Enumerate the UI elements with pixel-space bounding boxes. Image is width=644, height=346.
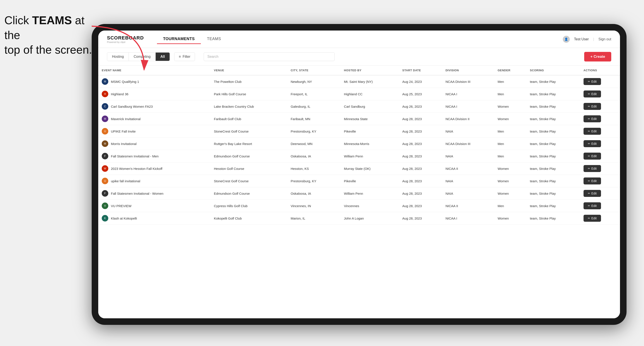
- cell-hosted-by-2: Carl Sandburg: [340, 100, 399, 113]
- filter-btn-group: Hosting Competing All: [107, 52, 170, 61]
- col-event-name: EVENT NAME: [98, 66, 210, 75]
- create-button[interactable]: + Create: [584, 52, 611, 61]
- cell-start-date-10: Aug 28, 2023: [399, 200, 442, 212]
- cell-city-state-1: Freeport, IL: [287, 88, 340, 100]
- competing-button[interactable]: Competing: [129, 52, 156, 61]
- cell-scoring-5: team, Stroke Play: [526, 138, 580, 150]
- pencil-icon-4: ✏: [588, 130, 590, 133]
- user-icon: 👤: [563, 36, 570, 43]
- cell-gender-1: Men: [494, 88, 526, 100]
- event-name-1: Highland 36: [111, 92, 128, 96]
- event-name-7: 2023 Women's Hesston Fall Kickoff: [111, 167, 162, 171]
- col-start-date: START DATE: [399, 66, 442, 75]
- event-name-0: MSMC Qualifying 1: [111, 80, 139, 83]
- cell-city-state-3: Faribault, MN: [287, 113, 340, 125]
- cell-hosted-by-10: Vincennes: [340, 200, 399, 212]
- nav-tab-teams[interactable]: TEAMS: [201, 34, 227, 44]
- cell-division-7: NICAA II: [442, 163, 494, 175]
- edit-button-7[interactable]: ✏ Edit: [584, 165, 601, 172]
- table-row: M Maverick Invitational Faribault Golf C…: [98, 113, 620, 125]
- edit-button-10[interactable]: ✏ Edit: [584, 202, 601, 209]
- event-name-3: Maverick Invitational: [111, 117, 140, 121]
- filter-icon: ≡: [179, 55, 181, 59]
- cell-event-name-1: H Highland 36: [98, 88, 210, 100]
- edit-button-11[interactable]: ✏ Edit: [584, 215, 601, 222]
- nav-tab-tournaments[interactable]: TOURNAMENTS: [157, 34, 201, 44]
- cell-event-name-8: U upike fall invitational: [98, 175, 210, 187]
- cell-gender-7: Women: [494, 163, 526, 175]
- instruction-text: Click TEAMS at thetop of the screen.: [4, 13, 96, 57]
- pencil-icon-11: ✏: [588, 217, 590, 220]
- edit-button-6[interactable]: ✏ Edit: [584, 153, 601, 160]
- cell-scoring-0: team, Stroke Play: [526, 75, 580, 88]
- event-name-10: VU PREVIEW: [111, 204, 132, 208]
- cell-event-name-0: M MSMC Qualifying 1: [98, 75, 210, 88]
- event-name-6: Fall Statesmen Invitational - Men: [111, 154, 158, 158]
- cell-gender-0: Men: [494, 75, 526, 88]
- cell-city-state-4: Prestonsburg, KY: [287, 125, 340, 138]
- cell-actions-1: ✏ Edit: [580, 88, 620, 100]
- cell-actions-11: ✏ Edit: [580, 212, 620, 225]
- cell-start-date-8: Aug 28, 2023: [399, 175, 442, 187]
- cell-start-date-7: Aug 28, 2023: [399, 163, 442, 175]
- search-input[interactable]: [204, 52, 335, 61]
- col-division: DIVISION: [442, 66, 494, 75]
- edit-button-9[interactable]: ✏ Edit: [584, 190, 601, 197]
- cell-scoring-3: team, Stroke Play: [526, 113, 580, 125]
- cell-start-date-5: Aug 28, 2023: [399, 138, 442, 150]
- pencil-icon-0: ✏: [588, 80, 590, 83]
- edit-button-1[interactable]: ✏ Edit: [584, 90, 601, 97]
- table-row: F Fall Statesmen Invitational - Men Edmu…: [98, 150, 620, 163]
- team-logo-7: W: [102, 165, 108, 172]
- cell-hosted-by-11: John A Logan: [340, 212, 399, 225]
- sign-out-link[interactable]: Sign out: [598, 37, 611, 41]
- event-name-9: Fall Statesmen Invitational - Women: [111, 192, 164, 195]
- cell-actions-2: ✏ Edit: [580, 100, 620, 113]
- cell-division-8: NAIA: [442, 175, 494, 187]
- cell-hosted-by-8: Pikeville: [340, 175, 399, 187]
- cell-venue-11: Kokopelli Golf Club: [210, 212, 287, 225]
- cell-start-date-9: Aug 28, 2023: [399, 187, 442, 200]
- all-button[interactable]: All: [156, 52, 170, 61]
- event-name-2: Carl Sandburg Women FA23: [111, 105, 153, 108]
- cell-scoring-1: team, Stroke Play: [526, 88, 580, 100]
- cell-event-name-6: F Fall Statesmen Invitational - Men: [98, 150, 210, 163]
- cell-event-name-7: W 2023 Women's Hesston Fall Kickoff: [98, 163, 210, 175]
- cell-actions-5: ✏ Edit: [580, 138, 620, 150]
- cell-scoring-6: team, Stroke Play: [526, 150, 580, 163]
- cell-event-name-9: F Fall Statesmen Invitational - Women: [98, 187, 210, 200]
- cell-venue-7: Hesston Golf Course: [210, 163, 287, 175]
- table-row: C Carl Sandburg Women FA23 Lake Bracken …: [98, 100, 620, 113]
- table-row: U UPIKE Fall Invite StoneCrest Golf Cour…: [98, 125, 620, 138]
- edit-button-8[interactable]: ✏ Edit: [584, 177, 601, 184]
- hosting-button[interactable]: Hosting: [107, 52, 129, 61]
- cell-division-3: NCAA Division II: [442, 113, 494, 125]
- team-logo-11: K: [102, 215, 108, 221]
- table-row: U upike fall invitational StoneCrest Gol…: [98, 175, 620, 187]
- cell-division-2: NICAA I: [442, 100, 494, 113]
- edit-button-2[interactable]: ✏ Edit: [584, 103, 601, 110]
- edit-button-4[interactable]: ✏ Edit: [584, 128, 601, 135]
- tablet-screen: SCOREBOARD Powered by clipd TOURNAMENTS …: [98, 30, 620, 318]
- event-name-8: upike fall invitational: [111, 179, 140, 183]
- cell-gender-5: Men: [494, 138, 526, 150]
- table-body: M MSMC Qualifying 1 The Powelton Club Ne…: [98, 75, 620, 225]
- cell-hosted-by-0: Mt. Saint Mary (NY): [340, 75, 399, 88]
- cell-venue-8: StoneCrest Golf Course: [210, 175, 287, 187]
- edit-button-3[interactable]: ✏ Edit: [584, 115, 601, 122]
- app-header: SCOREBOARD Powered by clipd TOURNAMENTS …: [98, 30, 620, 48]
- cell-hosted-by-1: Highland CC: [340, 88, 399, 100]
- header-right: 👤 Test User | Sign out: [563, 36, 611, 43]
- cell-scoring-11: team, Stroke Play: [526, 212, 580, 225]
- cell-actions-7: ✏ Edit: [580, 163, 620, 175]
- filter-button[interactable]: ≡ Filter: [174, 52, 195, 61]
- col-venue: VENUE: [210, 66, 287, 75]
- cell-gender-9: Women: [494, 187, 526, 200]
- team-logo-3: M: [102, 116, 108, 122]
- edit-button-5[interactable]: ✏ Edit: [584, 140, 601, 147]
- edit-button-0[interactable]: ✏ Edit: [584, 78, 601, 85]
- cell-division-10: NICAA II: [442, 200, 494, 212]
- cell-event-name-2: C Carl Sandburg Women FA23: [98, 100, 210, 113]
- cell-start-date-2: Aug 26, 2023: [399, 100, 442, 113]
- cell-scoring-4: team, Stroke Play: [526, 125, 580, 138]
